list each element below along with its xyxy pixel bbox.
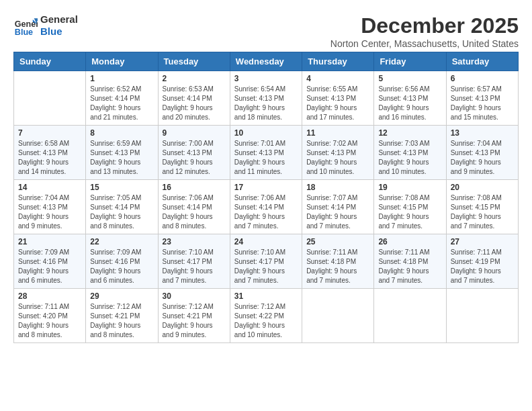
day-info: Sunrise: 7:12 AMSunset: 4:22 PMDaylight:… — [234, 302, 298, 340]
calendar-cell: 20Sunrise: 7:08 AMSunset: 4:15 PMDayligh… — [446, 180, 518, 234]
day-number: 8 — [90, 128, 153, 138]
calendar-header-row: SundayMondayTuesdayWednesdayThursdayFrid… — [14, 52, 519, 71]
calendar-cell: 12Sunrise: 7:03 AMSunset: 4:13 PMDayligh… — [374, 126, 446, 180]
weekday-header: Friday — [374, 52, 446, 71]
day-info: Sunrise: 7:06 AMSunset: 4:14 PMDaylight:… — [234, 193, 298, 231]
day-info: Sunrise: 7:06 AMSunset: 4:14 PMDaylight:… — [163, 193, 226, 231]
day-number: 16 — [163, 183, 226, 192]
day-info: Sunrise: 6:59 AMSunset: 4:13 PMDaylight:… — [90, 139, 153, 177]
day-info: Sunrise: 7:05 AMSunset: 4:14 PMDaylight:… — [90, 193, 153, 231]
calendar-week-row: 7Sunrise: 6:58 AMSunset: 4:13 PMDaylight… — [14, 126, 519, 180]
day-info: Sunrise: 7:11 AMSunset: 4:18 PMDaylight:… — [306, 248, 369, 285]
title-area: December 2025 Norton Center, Massachuset… — [330, 13, 519, 49]
calendar-cell: 9Sunrise: 7:00 AMSunset: 4:13 PMDaylight… — [158, 126, 230, 180]
day-number: 21 — [18, 237, 81, 246]
day-info: Sunrise: 7:11 AMSunset: 4:18 PMDaylight:… — [378, 248, 441, 285]
day-info: Sunrise: 6:58 AMSunset: 4:13 PMDaylight:… — [18, 139, 81, 177]
calendar-cell: 22Sunrise: 7:09 AMSunset: 4:16 PMDayligh… — [86, 234, 158, 289]
day-info: Sunrise: 6:57 AMSunset: 4:13 PMDaylight:… — [451, 85, 514, 122]
calendar-cell: 6Sunrise: 6:57 AMSunset: 4:13 PMDaylight… — [446, 71, 518, 126]
weekday-header: Wednesday — [230, 52, 302, 71]
day-number: 26 — [378, 237, 441, 246]
day-info: Sunrise: 7:07 AMSunset: 4:14 PMDaylight:… — [306, 193, 369, 231]
day-number: 30 — [163, 291, 226, 301]
day-number: 2 — [163, 74, 226, 83]
day-number: 29 — [90, 291, 153, 301]
logo-icon: General Blue — [13, 13, 38, 38]
weekday-header: Thursday — [302, 52, 374, 71]
calendar-cell: 19Sunrise: 7:08 AMSunset: 4:15 PMDayligh… — [374, 180, 446, 234]
day-info: Sunrise: 7:08 AMSunset: 4:15 PMDaylight:… — [451, 193, 514, 231]
day-info: Sunrise: 6:55 AMSunset: 4:13 PMDaylight:… — [306, 85, 369, 122]
calendar-cell: 4Sunrise: 6:55 AMSunset: 4:13 PMDaylight… — [302, 71, 374, 126]
calendar-table: SundayMondayTuesdayWednesdayThursdayFrid… — [13, 52, 519, 343]
day-number: 10 — [234, 128, 298, 138]
calendar-cell: 24Sunrise: 7:10 AMSunset: 4:17 PMDayligh… — [230, 234, 302, 289]
day-number: 7 — [18, 128, 81, 138]
day-info: Sunrise: 7:08 AMSunset: 4:15 PMDaylight:… — [378, 193, 441, 231]
calendar-cell: 2Sunrise: 6:53 AMSunset: 4:14 PMDaylight… — [158, 71, 230, 126]
calendar-week-row: 21Sunrise: 7:09 AMSunset: 4:16 PMDayligh… — [14, 234, 519, 289]
calendar-cell — [374, 289, 446, 343]
day-number: 9 — [163, 128, 226, 138]
calendar-cell: 25Sunrise: 7:11 AMSunset: 4:18 PMDayligh… — [302, 234, 374, 289]
day-info: Sunrise: 7:12 AMSunset: 4:21 PMDaylight:… — [163, 302, 226, 340]
weekday-header: Monday — [86, 52, 158, 71]
day-number: 3 — [234, 74, 298, 83]
day-number: 17 — [234, 183, 298, 192]
day-info: Sunrise: 7:01 AMSunset: 4:13 PMDaylight:… — [234, 139, 298, 177]
calendar-week-row: 28Sunrise: 7:11 AMSunset: 4:20 PMDayligh… — [14, 289, 519, 343]
calendar-cell: 8Sunrise: 6:59 AMSunset: 4:13 PMDaylight… — [86, 126, 158, 180]
calendar-cell: 26Sunrise: 7:11 AMSunset: 4:18 PMDayligh… — [374, 234, 446, 289]
calendar-cell: 18Sunrise: 7:07 AMSunset: 4:14 PMDayligh… — [302, 180, 374, 234]
weekday-header: Tuesday — [158, 52, 230, 71]
day-number: 12 — [378, 128, 441, 138]
logo: General Blue General Blue — [13, 13, 78, 38]
calendar-cell — [14, 71, 86, 126]
day-info: Sunrise: 7:02 AMSunset: 4:13 PMDaylight:… — [306, 139, 369, 177]
calendar-cell: 16Sunrise: 7:06 AMSunset: 4:14 PMDayligh… — [158, 180, 230, 234]
day-info: Sunrise: 7:10 AMSunset: 4:17 PMDaylight:… — [234, 248, 298, 285]
weekday-header: Sunday — [14, 52, 86, 71]
day-info: Sunrise: 7:09 AMSunset: 4:16 PMDaylight:… — [18, 248, 81, 285]
calendar-cell: 13Sunrise: 7:04 AMSunset: 4:13 PMDayligh… — [446, 126, 518, 180]
day-info: Sunrise: 6:52 AMSunset: 4:14 PMDaylight:… — [90, 85, 153, 122]
day-info: Sunrise: 7:09 AMSunset: 4:16 PMDaylight:… — [90, 248, 153, 285]
day-number: 19 — [378, 183, 441, 192]
calendar-cell — [446, 289, 518, 343]
day-number: 27 — [451, 237, 514, 246]
day-info: Sunrise: 7:12 AMSunset: 4:21 PMDaylight:… — [90, 302, 153, 340]
day-number: 20 — [451, 183, 514, 192]
day-number: 6 — [451, 74, 514, 83]
calendar-cell: 28Sunrise: 7:11 AMSunset: 4:20 PMDayligh… — [14, 289, 86, 343]
calendar-cell: 3Sunrise: 6:54 AMSunset: 4:13 PMDaylight… — [230, 71, 302, 126]
day-info: Sunrise: 7:10 AMSunset: 4:17 PMDaylight:… — [163, 248, 226, 285]
calendar-cell: 15Sunrise: 7:05 AMSunset: 4:14 PMDayligh… — [86, 180, 158, 234]
day-number: 23 — [163, 237, 226, 246]
calendar-cell: 14Sunrise: 7:04 AMSunset: 4:13 PMDayligh… — [14, 180, 86, 234]
day-number: 15 — [90, 183, 153, 192]
calendar-cell: 29Sunrise: 7:12 AMSunset: 4:21 PMDayligh… — [86, 289, 158, 343]
day-info: Sunrise: 6:54 AMSunset: 4:13 PMDaylight:… — [234, 85, 298, 122]
page-header: General Blue General Blue December 2025 … — [13, 13, 519, 49]
day-number: 31 — [234, 291, 298, 301]
calendar-week-row: 1Sunrise: 6:52 AMSunset: 4:14 PMDaylight… — [14, 71, 519, 126]
day-number: 24 — [234, 237, 298, 246]
day-info: Sunrise: 7:03 AMSunset: 4:13 PMDaylight:… — [378, 139, 441, 177]
day-info: Sunrise: 6:56 AMSunset: 4:13 PMDaylight:… — [378, 85, 441, 122]
calendar-week-row: 14Sunrise: 7:04 AMSunset: 4:13 PMDayligh… — [14, 180, 519, 234]
calendar-cell — [302, 289, 374, 343]
weekday-header: Saturday — [446, 52, 518, 71]
day-info: Sunrise: 7:11 AMSunset: 4:20 PMDaylight:… — [18, 302, 81, 340]
svg-text:Blue: Blue — [15, 28, 33, 37]
calendar-cell: 5Sunrise: 6:56 AMSunset: 4:13 PMDaylight… — [374, 71, 446, 126]
day-number: 13 — [451, 128, 514, 138]
day-info: Sunrise: 6:53 AMSunset: 4:14 PMDaylight:… — [163, 85, 226, 122]
day-info: Sunrise: 7:00 AMSunset: 4:13 PMDaylight:… — [163, 139, 226, 177]
calendar-body: 1Sunrise: 6:52 AMSunset: 4:14 PMDaylight… — [14, 71, 519, 343]
day-info: Sunrise: 7:04 AMSunset: 4:13 PMDaylight:… — [18, 193, 81, 231]
calendar-cell: 23Sunrise: 7:10 AMSunset: 4:17 PMDayligh… — [158, 234, 230, 289]
day-number: 28 — [18, 291, 81, 301]
calendar-cell: 17Sunrise: 7:06 AMSunset: 4:14 PMDayligh… — [230, 180, 302, 234]
logo-line2: Blue — [40, 26, 78, 38]
